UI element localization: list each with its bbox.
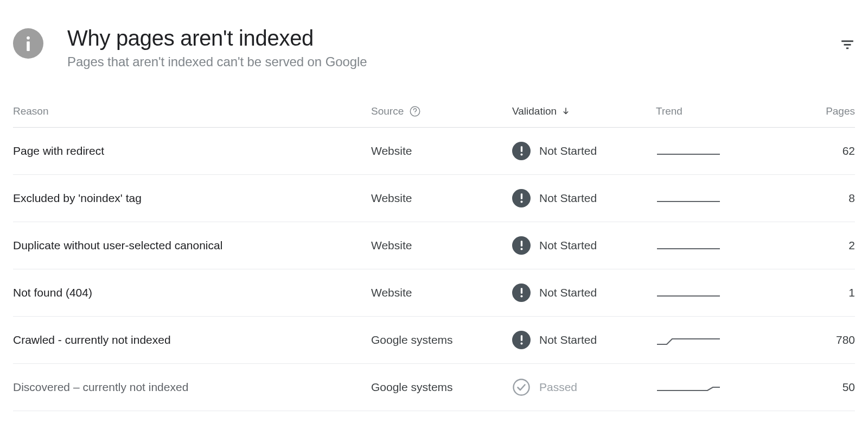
cell-trend — [656, 144, 756, 158]
cell-validation: Not Started — [512, 142, 656, 160]
table-row[interactable]: Page with redirectWebsiteNot Started62 — [13, 128, 855, 175]
cell-reason: Duplicate without user-selected canonica… — [13, 239, 371, 252]
cell-trend — [656, 192, 756, 205]
svg-point-10 — [520, 201, 522, 203]
column-header-reason[interactable]: Reason — [13, 105, 371, 117]
reasons-table: Reason Source Validation Trend Pages Pag… — [13, 96, 855, 411]
svg-point-16 — [520, 343, 522, 345]
table-row[interactable]: Duplicate without user-selected canonica… — [13, 222, 855, 269]
svg-rect-3 — [844, 44, 851, 46]
svg-rect-13 — [520, 288, 522, 294]
column-header-pages[interactable]: Pages — [756, 105, 855, 117]
exclamation-icon — [512, 284, 531, 302]
checkmark-icon — [512, 378, 531, 396]
svg-rect-4 — [846, 47, 848, 49]
cell-source: Website — [371, 144, 512, 158]
svg-rect-1 — [27, 41, 30, 51]
sort-descending-icon — [561, 106, 571, 116]
cell-validation: Not Started — [512, 331, 656, 349]
cell-validation: Not Started — [512, 189, 656, 207]
cell-reason: Page with redirect — [13, 144, 371, 158]
validation-text: Not Started — [539, 192, 597, 205]
column-header-validation-label: Validation — [512, 105, 557, 117]
column-header-source-label: Source — [371, 105, 404, 117]
cell-source: Google systems — [371, 381, 512, 394]
cell-pages: 1 — [756, 286, 855, 299]
table-row[interactable]: Not found (404)WebsiteNot Started1 — [13, 269, 855, 317]
column-header-trend[interactable]: Trend — [656, 105, 756, 117]
svg-rect-2 — [841, 40, 853, 42]
info-icon — [13, 28, 43, 59]
exclamation-icon — [512, 331, 531, 349]
cell-source: Website — [371, 239, 512, 252]
svg-point-12 — [520, 248, 522, 250]
cell-trend — [656, 333, 756, 346]
table-header-row: Reason Source Validation Trend Pages — [13, 96, 855, 128]
cell-validation: Passed — [512, 378, 656, 396]
table-row[interactable]: Discovered – currently not indexedGoogle… — [13, 364, 855, 411]
validation-text: Not Started — [539, 333, 597, 346]
svg-point-14 — [520, 295, 522, 298]
table-row[interactable]: Excluded by 'noindex' tagWebsiteNot Star… — [13, 175, 855, 222]
svg-rect-15 — [520, 335, 522, 341]
cell-reason: Crawled - currently not indexed — [13, 333, 371, 346]
svg-point-8 — [520, 154, 522, 156]
exclamation-icon — [512, 189, 531, 207]
cell-pages: 2 — [756, 239, 855, 252]
validation-text: Not Started — [539, 286, 597, 299]
column-header-source[interactable]: Source — [371, 105, 512, 117]
cell-source: Website — [371, 192, 512, 205]
cell-validation: Not Started — [512, 284, 656, 302]
column-header-validation[interactable]: Validation — [512, 105, 656, 117]
validation-text: Not Started — [539, 144, 597, 158]
filter-icon[interactable] — [840, 37, 855, 52]
cell-validation: Not Started — [512, 236, 656, 255]
cell-pages: 8 — [756, 192, 855, 205]
validation-text: Passed — [539, 381, 577, 394]
cell-trend — [656, 286, 756, 299]
help-icon[interactable] — [409, 105, 421, 117]
cell-trend — [656, 239, 756, 252]
cell-source: Google systems — [371, 333, 512, 346]
cell-reason: Excluded by 'noindex' tag — [13, 192, 371, 205]
table-row[interactable]: Crawled - currently not indexedGoogle sy… — [13, 317, 855, 364]
section-header: Why pages aren't indexed Pages that aren… — [13, 26, 855, 70]
svg-point-0 — [27, 36, 30, 40]
cell-reason: Discovered – currently not indexed — [13, 381, 371, 394]
exclamation-icon — [512, 236, 531, 255]
cell-pages: 62 — [756, 144, 855, 158]
exclamation-icon — [512, 142, 531, 160]
svg-point-17 — [514, 380, 529, 395]
svg-rect-7 — [520, 146, 522, 152]
cell-source: Website — [371, 286, 512, 299]
svg-point-6 — [415, 114, 416, 114]
cell-pages: 50 — [756, 381, 855, 394]
cell-pages: 780 — [756, 333, 855, 346]
cell-trend — [656, 381, 756, 394]
svg-rect-9 — [520, 193, 522, 199]
section-subtitle: Pages that aren't indexed can't be serve… — [67, 54, 840, 70]
section-title: Why pages aren't indexed — [67, 26, 840, 50]
validation-text: Not Started — [539, 239, 597, 252]
svg-rect-11 — [520, 241, 522, 247]
cell-reason: Not found (404) — [13, 286, 371, 299]
